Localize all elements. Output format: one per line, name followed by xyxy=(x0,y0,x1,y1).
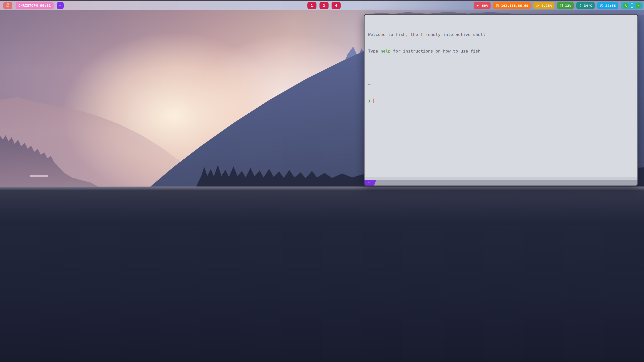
window-badges: 1 2 4 xyxy=(307,2,341,9)
bottom-strip xyxy=(365,177,637,180)
clock-badge[interactable]: 22:58 xyxy=(597,2,618,9)
gauge-icon xyxy=(536,4,540,8)
help-line: Type help for instructions on how to use… xyxy=(368,49,634,54)
cpu-label: 0.26% xyxy=(541,4,552,8)
speaker-icon xyxy=(476,4,480,8)
tab-label: ~ xyxy=(368,181,370,185)
status-bar-right: 60% 192.168.86.69 0.26% 13% xyxy=(474,2,643,9)
status-bar: CHRISTOPH 00:31 ~ 1 2 4 60% xyxy=(0,0,644,10)
phone-tray-item[interactable] xyxy=(630,3,634,8)
tux-icon xyxy=(6,3,10,8)
clock-label: 22:58 xyxy=(605,4,616,8)
text-cursor xyxy=(373,99,374,103)
workspace-badge[interactable]: ~ xyxy=(57,2,64,9)
blank-line xyxy=(368,65,634,71)
network-badge[interactable]: 192.168.86.69 xyxy=(493,2,531,9)
user-clock-label: CHRISTOPH 00:31 xyxy=(18,4,51,8)
phone-icon xyxy=(630,3,634,8)
lake-reflection xyxy=(0,187,644,362)
user-clock-badge[interactable]: CHRISTOPH 00:31 xyxy=(16,2,54,9)
volume-label: 60% xyxy=(482,4,488,8)
tux-badge[interactable] xyxy=(3,2,12,9)
welcome-line: Welcome to fish, the friendly interactiv… xyxy=(368,32,634,37)
terminal-output[interactable]: Welcome to fish, the friendly interactiv… xyxy=(365,15,637,177)
water-overlay xyxy=(0,187,644,362)
system-tray xyxy=(621,2,643,9)
workspace-label: ~ xyxy=(59,4,61,8)
window-badge-label: 4 xyxy=(335,4,337,8)
window-badge[interactable]: 2 xyxy=(319,2,329,9)
temperature-badge[interactable]: 34°C xyxy=(576,2,595,9)
check-tray-item[interactable] xyxy=(636,3,641,8)
status-bar-left: CHRISTOPH 00:31 ~ xyxy=(3,2,64,9)
checkmark-icon xyxy=(637,4,640,7)
window-badge-label: 1 xyxy=(311,4,313,8)
thermometer-icon xyxy=(579,4,582,8)
terminal-bottom-bar: ~ xyxy=(365,177,637,186)
clock-icon xyxy=(600,4,603,8)
prompt-path-line: ~ xyxy=(368,82,634,87)
prompt-path: ~ xyxy=(368,82,371,87)
help-keyword: help xyxy=(381,49,391,54)
memory-label: 13% xyxy=(565,4,571,8)
prompt-char: ❯ xyxy=(368,98,371,104)
terminal-window[interactable]: Welcome to fish, the friendly interactiv… xyxy=(364,14,638,186)
globe-icon xyxy=(496,4,499,8)
window-badge[interactable]: 1 xyxy=(307,2,316,9)
desktop: CHRISTOPH 00:31 ~ 1 2 4 60% xyxy=(0,0,644,362)
volume-badge[interactable]: 60% xyxy=(474,2,491,9)
database-icon xyxy=(559,4,563,8)
lakeside-cabin xyxy=(30,175,48,177)
window-badge-label: 2 xyxy=(323,4,325,8)
memory-badge[interactable]: 13% xyxy=(557,2,574,9)
key-tray-item[interactable] xyxy=(623,3,628,8)
key-icon xyxy=(624,4,627,7)
window-badge[interactable]: 4 xyxy=(332,2,341,9)
temperature-label: 34°C xyxy=(584,4,592,8)
cpu-badge[interactable]: 0.26% xyxy=(533,2,554,9)
active-tab[interactable]: ~ xyxy=(365,180,376,186)
network-label: 192.168.86.69 xyxy=(501,4,528,8)
tab-bar: ~ xyxy=(365,180,637,186)
prompt-line[interactable]: ❯ xyxy=(368,98,634,104)
